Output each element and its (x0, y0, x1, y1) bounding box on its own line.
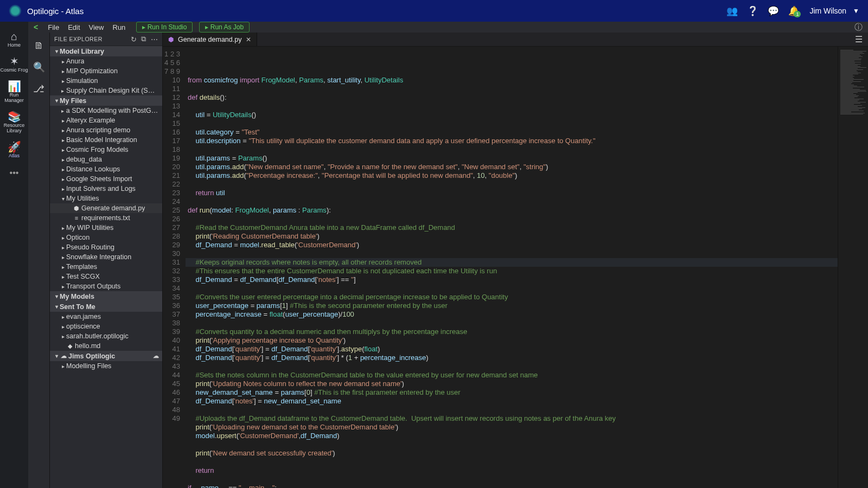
folder-debug-data[interactable]: ▸debug_data (50, 155, 162, 164)
menu-run[interactable]: Run (108, 22, 130, 33)
folder-pseudo-routing[interactable]: ▸Pseudo Routing (50, 242, 162, 252)
folder-optiscience[interactable]: ▸optiscience (50, 322, 162, 331)
folder-a-sdk-modelling-with-postgres[interactable]: ▸a SDK Modelling with PostGres (50, 106, 162, 115)
code-area[interactable]: from cosmicfrog import FrogModel, Params… (186, 47, 838, 488)
section-sent-to-me[interactable]: ▾Sent To Me (50, 301, 162, 312)
tab-close-icon[interactable]: ✕ (246, 36, 251, 43)
folder-anura-scripting-demo[interactable]: ▸Anura scripting demo (50, 125, 162, 135)
rail-icon: ⌂ (0, 30, 28, 42)
chat-icon[interactable]: 💬 (767, 5, 779, 17)
chevron-icon: ▸ (60, 186, 66, 192)
rail-run-manager[interactable]: 📊Run Manager (0, 77, 28, 107)
tree-label: My Models (60, 293, 94, 300)
folder-supply-chain-design-kit-sdk-[interactable]: ▸Supply Chain Design Kit (SDK) (50, 86, 162, 95)
chevron-icon: ▸ (60, 147, 66, 153)
run-as-job-button[interactable]: Run As Job (199, 22, 250, 33)
editor: ⬢ Generate demand.py ✕ ☰ 1 2 3 4 5 6 7 8… (163, 33, 868, 488)
rail-icon: 🚀 (0, 141, 28, 153)
folder-input-solvers-and-logs[interactable]: ▸Input Solvers and Logs (50, 184, 162, 194)
people-icon[interactable]: 👥 (726, 5, 738, 17)
help-icon[interactable]: ❔ (746, 5, 758, 17)
chevron-icon: ▸ (60, 324, 66, 330)
chevron-icon: ▸ (60, 264, 66, 270)
tree-label: MIP Optimization (66, 67, 118, 75)
app-rail: ⌂Home✶Cosmic Frog📊Run Manager📚Resource L… (0, 22, 28, 488)
folder-simulation[interactable]: ▸Simulation (50, 76, 162, 86)
folder-transport-outputs[interactable]: ▸Transport Outputs (50, 281, 162, 291)
file-generate-demand[interactable]: ⬢Generate demand.py (50, 203, 162, 213)
back-button[interactable]: < (34, 23, 38, 31)
editor-layout-icon[interactable]: ☰ (850, 33, 868, 46)
section-my-files[interactable]: ▾My Files (50, 95, 162, 106)
file-requirements[interactable]: ≡requirements.txt (50, 213, 162, 223)
source-control-icon[interactable]: ⎇ (33, 83, 44, 95)
bell-icon[interactable]: 🔔1 (788, 5, 800, 17)
tree-label: Model Library (60, 48, 104, 55)
tree-label: Google Sheets Import (66, 175, 132, 183)
folder-distance-lookups[interactable]: ▸Distance Lookups (50, 164, 162, 174)
chevron-icon: ▸ (60, 108, 66, 114)
chevron-icon: ▸ (60, 225, 66, 231)
chevron-icon: ▸ (60, 59, 66, 65)
tree-label: Modelling Files (66, 362, 111, 370)
top-bar: Optilogic - Atlas 👥 ❔ 💬 🔔1 Jim Wilson ▼ (0, 0, 868, 22)
menu-edit[interactable]: Edit (63, 22, 84, 33)
rail-more-icon[interactable]: ••• (10, 168, 19, 178)
section-model-library[interactable]: ▾Model Library (50, 46, 162, 56)
collapse-icon[interactable]: ⧉ (141, 35, 146, 43)
folder-evan-james[interactable]: ▸evan.james (50, 312, 162, 322)
folder-my-wip-utilities[interactable]: ▸My WIP Utilities (50, 223, 162, 233)
explorer-icon[interactable]: 🗎 (34, 40, 44, 52)
run-in-studio-button[interactable]: Run In Studio (136, 22, 193, 33)
folder-my-utilities[interactable]: ▾My Utilities (50, 194, 162, 203)
minimap[interactable] (838, 47, 868, 488)
rail-home[interactable]: ⌂Home (0, 27, 28, 52)
tree-label: Anura (66, 57, 84, 65)
rail-resource-library[interactable]: 📚Resource Library (0, 107, 28, 138)
folder-sarah-butler-optilogic[interactable]: ▸sarah.butler.optilogic (50, 331, 162, 341)
menu-file[interactable]: File (43, 22, 63, 33)
section-my-models[interactable]: ▾My Models (50, 291, 162, 301)
tree-label: Supply Chain Design Kit (SDK) (66, 87, 159, 94)
tree-label: Anura scripting demo (66, 126, 130, 134)
search-icon[interactable]: 🔍 (33, 61, 45, 73)
user-menu-chevron-icon[interactable]: ▼ (853, 7, 859, 15)
app-title: Optilogic - Atlas (27, 7, 84, 16)
tree-label: My Utilities (66, 195, 99, 202)
menu-view[interactable]: View (85, 22, 108, 33)
chevron-icon: ▸ (60, 235, 66, 241)
folder-opticon[interactable]: ▸Opticon (50, 233, 162, 242)
tree-label: Input Solvers and Logs (66, 185, 136, 192)
rail-atlas[interactable]: 🚀Atlas (0, 138, 28, 163)
tree-label: Templates (66, 263, 97, 271)
chevron-icon: ▸ (60, 78, 66, 84)
chevron-icon: ▸ (60, 127, 66, 133)
folder-modelling-files[interactable]: ▸Modelling Files (50, 361, 162, 371)
file-hello-md[interactable]: ◆hello.md (50, 341, 162, 351)
folder-google-sheets-import[interactable]: ▸Google Sheets Import (50, 174, 162, 184)
tree-label: Basic Model Integration (66, 136, 137, 144)
folder-snowflake-integration[interactable]: ▸Snowflake Integration (50, 252, 162, 262)
chevron-icon: ▾ (53, 48, 60, 54)
explorer-title: FILE EXPLORER (54, 36, 103, 42)
md-file-icon: ◆ (66, 343, 74, 350)
user-name[interactable]: Jim Wilson (809, 7, 846, 15)
tab-generate-demand[interactable]: ⬢ Generate demand.py ✕ (163, 33, 257, 46)
file-explorer: FILE EXPLORER ↻ ⧉ ⋯ ▾Model Library▸Anura… (50, 33, 163, 488)
folder-mip-optimization[interactable]: ▸MIP Optimization (50, 66, 162, 76)
folder-anura[interactable]: ▸Anura (50, 56, 162, 66)
more-icon[interactable]: ⋯ (151, 35, 158, 43)
context-help-icon[interactable]: ⓘ (854, 22, 863, 33)
chevron-icon: ▸ (60, 363, 66, 369)
folder-basic-model-integration[interactable]: ▸Basic Model Integration (50, 135, 162, 145)
chevron-icon: ▸ (60, 254, 66, 260)
folder-templates[interactable]: ▸Templates (50, 262, 162, 272)
rail-cosmic-frog[interactable]: ✶Cosmic Frog (0, 52, 28, 77)
folder-alteryx-example[interactable]: ▸Alteryx Example (50, 115, 162, 125)
tree-label: Jims Optilogic (68, 352, 115, 360)
folder-test-scgx[interactable]: ▸Test SCGX (50, 272, 162, 281)
chevron-icon: ▾ (53, 293, 60, 299)
refresh-icon[interactable]: ↻ (131, 35, 137, 43)
section-jims-optilogic[interactable]: ▾☁Jims Optilogic☁ (50, 351, 162, 361)
folder-cosmic-frog-models[interactable]: ▸Cosmic Frog Models (50, 145, 162, 155)
